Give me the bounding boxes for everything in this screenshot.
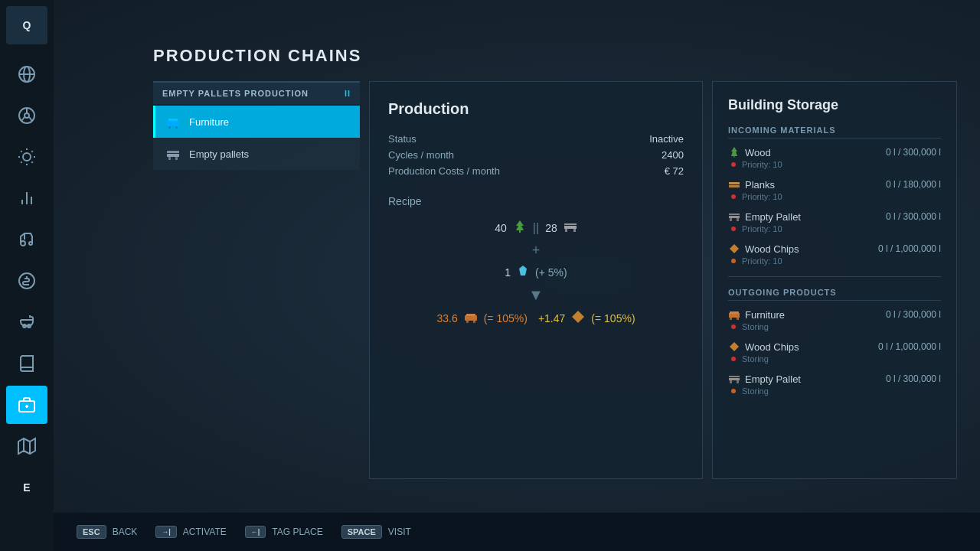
sidebar-item-finance[interactable] <box>6 262 47 300</box>
furniture-output-icon <box>464 310 478 327</box>
empty-pallet-amount: 0 l / 300,000 l <box>886 211 941 222</box>
recipe-output-row: 33.6 (= 105%) +1.47 (= 105%) <box>436 310 635 327</box>
sidebar-item-production[interactable] <box>6 386 47 424</box>
out-woodchips-amount: 0 l / 1,000,000 l <box>878 341 941 352</box>
storage-out-woodchips-row: Wood Chips 0 l / 1,000,000 l <box>728 341 941 353</box>
out-furniture-dot <box>731 324 736 329</box>
status-value: Inactive <box>649 133 684 145</box>
wood-dot <box>731 162 736 167</box>
svg-rect-36 <box>167 154 179 157</box>
svg-line-6 <box>21 117 24 121</box>
wood-name: Wood <box>728 146 771 158</box>
out-woodchips-label: Wood Chips <box>745 341 799 353</box>
sidebar-item-globe[interactable] <box>6 55 47 93</box>
svg-marker-58 <box>730 244 739 253</box>
svg-rect-35 <box>175 126 178 129</box>
svg-marker-51 <box>731 147 737 158</box>
wood-amount: 0 l / 300,000 l <box>886 147 941 158</box>
page-title: PRODUCTION CHAINS <box>153 46 957 66</box>
woodchips-priority: Priority: 10 <box>739 256 782 266</box>
key-action-esc[interactable]: ESC BACK <box>77 525 137 539</box>
out-empty-pallet-amount: 0 l / 300,000 l <box>886 373 941 384</box>
recipe-separator: || <box>533 221 539 235</box>
svg-rect-67 <box>737 380 739 383</box>
sidebar-item-steering[interactable] <box>6 96 47 135</box>
empty-pallet-dot <box>731 227 736 231</box>
out-woodchips-status: Storing <box>739 354 769 364</box>
incoming-title: INCOMING MATERIALS <box>728 126 941 139</box>
svg-line-15 <box>21 161 21 162</box>
storage-item-woodchips: Wood Chips 0 l / 1,000,000 l Priority: 1… <box>728 243 941 266</box>
woodchips-amount: 0 l / 1,000,000 l <box>878 243 941 254</box>
storage-out-woodchips: Wood Chips 0 l / 1,000,000 l Storing <box>728 341 941 364</box>
production-title: Production <box>388 100 684 118</box>
svg-rect-43 <box>565 229 567 232</box>
esc-label: BACK <box>113 527 138 537</box>
svg-rect-56 <box>730 218 732 221</box>
svg-line-11 <box>21 151 21 152</box>
out-woodchips-dot <box>731 357 736 361</box>
storage-out-furniture: Furniture 0 l / 300,000 l Storing <box>728 308 941 331</box>
svg-rect-41 <box>564 226 577 229</box>
furniture-icon <box>165 113 181 130</box>
sidebar-item-chart[interactable] <box>6 179 47 217</box>
planks-priority: Priority: 10 <box>739 192 782 201</box>
storage-item-planks-row: Planks 0 l / 180,000 l <box>728 178 941 191</box>
chain-item-furniture[interactable]: Furniture <box>153 106 360 138</box>
storage-out-furniture-row: Furniture 0 l / 300,000 l <box>728 308 941 321</box>
activate-key: →| <box>155 526 177 538</box>
key-action-activate[interactable]: →| ACTIVATE <box>155 526 226 538</box>
status-label: Status <box>388 133 416 145</box>
svg-rect-32 <box>167 120 179 126</box>
out-woodchips-name: Wood Chips <box>728 341 799 353</box>
chain-item-empty-pallets[interactable]: Empty pallets <box>153 138 360 170</box>
storage-panel: Building Storage INCOMING MATERIALS Wood… <box>712 81 957 479</box>
svg-rect-66 <box>730 380 732 383</box>
svg-rect-44 <box>573 229 576 232</box>
empty-pallet-priority: Priority: 10 <box>739 224 782 233</box>
sidebar-item-q[interactable]: Q <box>6 6 47 44</box>
gem-icon <box>517 265 529 280</box>
svg-rect-47 <box>466 314 475 316</box>
key-action-tag[interactable]: ←| TAG PLACE <box>245 526 323 538</box>
sidebar-item-map[interactable] <box>6 427 47 465</box>
svg-rect-57 <box>737 218 739 221</box>
input1-amount: 40 <box>495 222 507 234</box>
sidebar-item-notebook[interactable] <box>6 344 47 383</box>
production-info: Status Inactive Cycles / month 2400 Prod… <box>388 133 684 177</box>
cycles-row: Cycles / month 2400 <box>388 149 684 161</box>
svg-rect-33 <box>168 119 178 121</box>
svg-rect-46 <box>465 315 477 321</box>
tag-label: TAG PLACE <box>272 527 322 537</box>
tag-key: ←| <box>245 526 266 538</box>
out-empty-pallet-dot <box>731 389 736 393</box>
svg-line-16 <box>31 151 32 152</box>
activate-label: ACTIVATE <box>183 527 227 537</box>
sidebar-item-livestock[interactable] <box>6 303 47 341</box>
outgoing-title: OUTGOING PRODUCTS <box>728 288 941 301</box>
status-row: Status Inactive <box>388 133 684 145</box>
sidebar-item-tractor[interactable] <box>6 220 47 259</box>
tree-icon <box>513 220 527 236</box>
storage-out-empty-pallet: Empty Pallet 0 l / 300,000 l Storing <box>728 373 941 396</box>
chain-panel: EMPTY PALLETS PRODUCTION II Furniture Em… <box>153 81 360 479</box>
out-furniture-name: Furniture <box>728 308 785 321</box>
sidebar-item-sun[interactable] <box>6 138 47 176</box>
recipe-title: Recipe <box>388 195 684 207</box>
out-furniture-amount: 0 l / 300,000 l <box>886 309 941 320</box>
wood-priority: Priority: 10 <box>739 160 782 169</box>
recipe-content: 40 || 28 + 1 <box>388 220 684 327</box>
byproduct-amount: +1.47 <box>538 312 565 324</box>
planks-name: Planks <box>728 178 775 191</box>
key-action-visit[interactable]: SPACE VISIT <box>341 525 411 539</box>
recipe-bonus-row: 1 (+ 5%) <box>505 265 567 280</box>
svg-point-8 <box>23 153 31 161</box>
empty-pallet-name: Empty Pallet <box>728 210 801 223</box>
out-empty-pallet-label: Empty Pallet <box>745 373 801 385</box>
pallet-icon <box>564 220 577 236</box>
bonus-amount: 1 <box>505 266 511 279</box>
sidebar-item-e[interactable]: E <box>6 468 47 507</box>
woodchips-icon <box>571 310 585 327</box>
main-content: PRODUCTION CHAINS EMPTY PALLETS PRODUCTI… <box>54 0 980 551</box>
svg-rect-49 <box>473 321 475 323</box>
